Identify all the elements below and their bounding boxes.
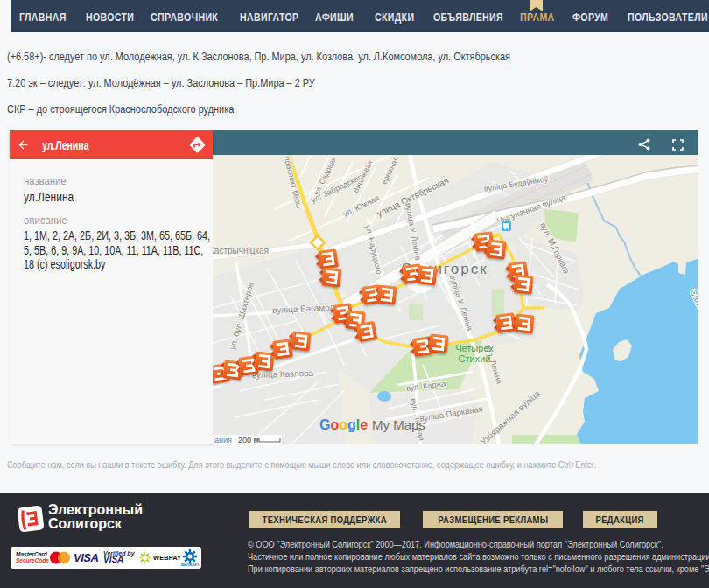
svg-text:My Maps: My Maps — [372, 417, 425, 432]
svg-text:200 м: 200 м — [238, 436, 259, 444]
svg-text:ания: ания — [214, 436, 232, 444]
svg-text:Кастрычніцкая: Кастрычніцкая — [213, 246, 269, 256]
svg-text:Google: Google — [319, 417, 368, 432]
svg-text:Стихий: Стихий — [459, 354, 491, 364]
svg-text:Четырех: Четырех — [455, 343, 494, 354]
